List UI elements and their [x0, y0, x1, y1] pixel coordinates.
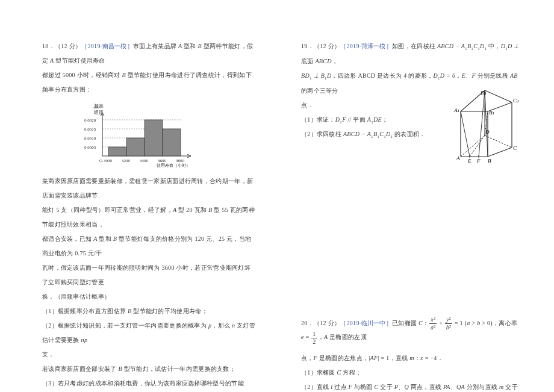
q18-src: ［2019·南昌一模］	[81, 43, 133, 49]
svg-rect-15	[145, 120, 163, 156]
svg-text:3800: 3800	[176, 158, 185, 163]
q18-line6: 瓦时，假定该店面一年周转期的照明时间为 3600 小时，若正常营业期间灯坏了立即…	[42, 261, 256, 290]
q20-q2: （2）直线 l 过点 F 与椭圆 C 交于 P、Q 两点，直线 PA、QA 分别…	[301, 380, 521, 392]
svg-text:0.0020: 0.0020	[84, 118, 96, 123]
q18-line1: 18．（12 分）［2019·南昌一模］市面上有某品牌 A 型和 B 型两种节能…	[42, 39, 256, 68]
q18-line4: 能灯 5 支（同种型号）即可正常营业，经了解，A 型 20 瓦和 B 型 55 …	[42, 203, 256, 232]
svg-text:D₁: D₁	[480, 90, 487, 96]
svg-text:B₁: B₁	[489, 110, 495, 116]
svg-text:3600: 3600	[158, 158, 167, 163]
svg-text:3400: 3400	[140, 158, 149, 163]
q18-q5: （3）若只考虑灯的成本和消耗电费，你认为该商家应选择哪种型号的节能灯，请说明理由…	[42, 376, 256, 392]
svg-line-34	[485, 90, 512, 102]
q20-q1: （1）求椭圆 C 方程；	[301, 366, 521, 380]
svg-text:使用寿命（小时）: 使用寿命（小时）	[157, 163, 190, 168]
svg-line-24	[485, 135, 512, 148]
svg-line-38	[470, 135, 485, 157]
svg-line-28	[488, 148, 512, 157]
q18-line2: 都超过 5000 小时，经销商对 B 型节能灯使用寿命进行了调查统计，得到如下频…	[42, 68, 256, 97]
svg-text:C: C	[513, 145, 517, 151]
svg-rect-14	[126, 138, 145, 156]
right-column: 19．（12 分）［2019·菏泽一模］如图，在四棱柱 ABCD − A1B1C…	[277, 0, 554, 392]
svg-text:3000: 3000	[104, 158, 113, 163]
q20-src: ［2019·临川一中］	[340, 320, 392, 326]
q18-line3: 某商家因原店面需要重新装修，需租赁一家新店面进行周转，合约期一年，新店面需安装该…	[42, 174, 256, 203]
q20-line1: 20．（12 分）［2019·临川一中］已知椭圆 C：x²a² + y²b² =…	[301, 317, 521, 344]
svg-line-39	[461, 111, 470, 157]
svg-rect-16	[163, 129, 181, 156]
svg-rect-13	[108, 147, 126, 156]
histogram: 频率 组距 0.0005 0.0010 0.0015 0.0020 O	[66, 102, 256, 169]
svg-text:3200: 3200	[122, 158, 131, 163]
svg-text:频率: 频率	[94, 104, 104, 109]
prism-figure: A E F B C D A₁ B₁ C₁ D₁	[452, 90, 521, 167]
svg-text:B: B	[488, 158, 491, 164]
q18-line5: 都适合安装，已知 A 型和 B 型节能灯每支的价格分别为 120 元、25 元，…	[42, 232, 256, 261]
svg-text:F: F	[476, 158, 481, 164]
svg-text:C₁: C₁	[513, 98, 519, 104]
svg-text:0.0010: 0.0010	[84, 136, 96, 141]
histogram-svg: 频率 组距 0.0005 0.0010 0.0015 0.0020 O	[66, 102, 199, 168]
q18-q1: （1）根据频率分布直方图估算 B 型节能灯的平均使用寿命；	[42, 304, 256, 319]
svg-line-40	[479, 90, 485, 157]
svg-text:A: A	[456, 155, 460, 161]
svg-text:0.0015: 0.0015	[84, 127, 96, 132]
prism-svg: A E F B C D A₁ B₁ C₁ D₁	[452, 90, 521, 166]
q18-q2: （2）根据统计知识知，若一支灯管一年内需要更换的概率为 p，那么 n 支灯管估计…	[42, 319, 256, 347]
svg-line-25	[461, 135, 485, 157]
q18-q4: 若该商家新店面全部安装了 B 型节能灯，试估计一年内需更换的支数；	[42, 362, 256, 376]
q18-q3: 支．	[42, 347, 256, 362]
q19-src: ［2019·菏泽一模］	[340, 43, 392, 49]
q19-num: 19．（12 分）	[301, 43, 340, 49]
svg-text:A₁: A₁	[453, 107, 460, 113]
q18-line7: 换．（用频率估计概率）	[42, 290, 256, 304]
svg-text:O: O	[99, 158, 102, 163]
q20-line2: 点，F 是椭圆的左焦点，|AF| = 1，直线 m：x = −4．	[301, 351, 521, 366]
q20-num: 20．（12 分）	[301, 320, 340, 326]
svg-text:D: D	[485, 129, 490, 135]
q19-line1: 19．（12 分）［2019·菏泽一模］如图，在四棱柱 ABCD − A1B1C…	[301, 39, 521, 69]
svg-text:0.0005: 0.0005	[84, 145, 96, 150]
left-column: 18．（12 分）［2019·南昌一模］市面上有某品牌 A 型和 B 型两种节能…	[0, 0, 277, 392]
q18-num: 18．（12 分）	[42, 43, 81, 49]
svg-text:E: E	[467, 158, 472, 164]
